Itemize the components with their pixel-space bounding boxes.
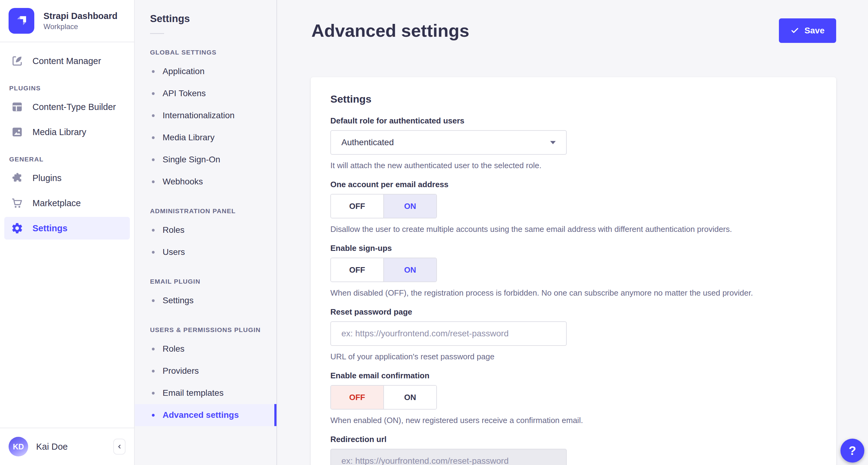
subnav-item-label: Application	[162, 66, 205, 76]
subnav-item-up-email-templates[interactable]: Email templates	[135, 382, 277, 404]
one-account-per-email-toggle: OFFON	[330, 194, 437, 219]
subnav-item-application[interactable]: Application	[135, 60, 277, 82]
bullet-icon	[152, 414, 155, 416]
image-icon	[11, 126, 23, 138]
bullet-icon	[152, 370, 155, 373]
subnav-title: Settings	[135, 13, 277, 25]
subnav-item-up-roles[interactable]: Roles	[135, 338, 277, 360]
enable-sign-ups-off-option[interactable]: OFF	[331, 258, 383, 282]
panel-fields: Default role for authenticated usersAuth…	[330, 116, 816, 465]
subnav-item-single-sign-on[interactable]: Single Sign-On	[135, 149, 277, 171]
sidebar-item-label: Marketplace	[32, 198, 81, 208]
redirection-url-input	[330, 449, 567, 465]
check-icon	[790, 26, 799, 35]
subnav-section-label: EMAIL PLUGIN	[135, 278, 277, 285]
reset-password-page-input[interactable]	[330, 321, 567, 346]
subnav-item-admin-roles[interactable]: Roles	[135, 219, 277, 241]
select-value: Authenticated	[341, 138, 394, 147]
strapi-logo-icon	[8, 8, 34, 34]
sidebar-item-media-library[interactable]: Media Library	[4, 121, 130, 143]
subnav-item-label: Media Library	[162, 133, 215, 142]
field-hint: When disabled (OFF), the registration pr…	[330, 288, 816, 297]
feather-icon	[11, 55, 23, 67]
brand-text: Strapi Dashboard Workplace	[43, 11, 118, 31]
subnav-section: EMAIL PLUGINSettings	[135, 278, 277, 312]
subnav-item-up-providers[interactable]: Providers	[135, 360, 277, 382]
enable-email-confirmation-off-option[interactable]: OFF	[331, 386, 383, 409]
field-reset-password-page: Reset password pageURL of your applicati…	[330, 307, 816, 361]
field-redirection-url: Redirection url	[330, 435, 816, 465]
subnav-item-label: Single Sign-On	[162, 155, 220, 165]
field-hint: It will attach the new authenticated use…	[330, 161, 816, 170]
bullet-icon	[152, 92, 155, 95]
field-label: Enable email confirmation	[330, 371, 816, 380]
sidebar-item-content-manager[interactable]: Content Manager	[4, 50, 130, 72]
subnav-item-label: Roles	[162, 344, 185, 354]
chevron-left-icon	[116, 443, 122, 450]
save-button[interactable]: Save	[779, 19, 836, 43]
bullet-icon	[152, 180, 155, 183]
sidebar-section-label: GENERAL	[9, 155, 125, 163]
sidebar-item-label: Settings	[32, 223, 67, 233]
subnav-item-api-tokens[interactable]: API Tokens	[135, 82, 277, 105]
subnav-item-label: Providers	[162, 366, 199, 376]
subnav-item-email-settings[interactable]: Settings	[135, 289, 277, 312]
subnav-item-webhooks[interactable]: Webhooks	[135, 171, 277, 193]
bullet-icon	[152, 392, 155, 395]
sidebar-item-marketplace[interactable]: Marketplace	[4, 192, 130, 214]
subnav-item-admin-users[interactable]: Users	[135, 241, 277, 263]
subnav-section-label: GLOBAL SETTINGS	[135, 49, 277, 56]
field-default-role: Default role for authenticated usersAuth…	[330, 116, 816, 170]
subnav-item-media-library[interactable]: Media Library	[135, 126, 277, 149]
subnav-section-label: ADMINISTRATION PANEL	[135, 207, 277, 215]
one-account-per-email-off-option[interactable]: OFF	[331, 195, 383, 218]
panel-heading: Settings	[330, 93, 816, 105]
subnav-item-label: Internationalization	[162, 111, 235, 120]
page-title: Advanced settings	[311, 20, 469, 41]
enable-sign-ups-on-option[interactable]: ON	[383, 258, 436, 282]
one-account-per-email-on-option[interactable]: ON	[383, 195, 436, 218]
avatar[interactable]: KD	[8, 437, 28, 457]
sidebar-item-plugins[interactable]: Plugins	[4, 167, 130, 189]
user-footer: KD Kai Doe	[0, 428, 134, 465]
bullet-icon	[152, 136, 155, 139]
sidebar-nav: Content ManagerPLUGINSContent-Type Build…	[0, 42, 134, 428]
layout-icon	[11, 101, 23, 113]
sidebar-item-label: Plugins	[32, 173, 62, 183]
subnav-item-label: Email templates	[162, 388, 223, 398]
default-role-select[interactable]: Authenticated	[330, 130, 567, 155]
field-label: One account per email address	[330, 180, 816, 189]
field-label: Enable sign-ups	[330, 243, 816, 253]
subnav-item-label: Advanced settings	[162, 410, 239, 420]
sidebar-item-content-type-builder[interactable]: Content-Type Builder	[4, 95, 130, 118]
sidebar-item-label: Media Library	[32, 127, 86, 137]
main-header: Advanced settings Save	[277, 0, 868, 43]
subnav-item-label: API Tokens	[162, 89, 206, 98]
enable-email-confirmation-toggle: OFFON	[330, 385, 437, 410]
subnav-item-label: Settings	[162, 296, 193, 306]
cart-icon	[11, 197, 23, 209]
subnav-item-internationalization[interactable]: Internationalization	[135, 105, 277, 126]
field-hint: URL of your application's reset password…	[330, 352, 816, 361]
puzzle-icon	[11, 172, 23, 184]
brand: Strapi Dashboard Workplace	[0, 0, 134, 42]
bullet-icon	[152, 251, 155, 254]
bullet-icon	[152, 114, 155, 117]
field-label: Reset password page	[330, 307, 816, 316]
help-button[interactable]: ?	[840, 439, 864, 463]
sidebar-item-label: Content Manager	[32, 56, 101, 66]
user-name: Kai Doe	[36, 442, 68, 452]
bullet-icon	[152, 70, 155, 73]
field-enable-email-confirmation: Enable email confirmationOFFONWhen enabl…	[330, 371, 816, 425]
bullet-icon	[152, 348, 155, 350]
sidebar-item-settings[interactable]: Settings	[4, 217, 130, 239]
collapse-sidebar-button[interactable]	[113, 439, 126, 455]
field-hint: Disallow the user to create multiple acc…	[330, 225, 816, 234]
subnav-item-up-advanced-settings[interactable]: Advanced settings	[135, 404, 277, 426]
subnav-section: USERS & PERMISSIONS PLUGINRolesProviders…	[135, 326, 277, 426]
enable-email-confirmation-on-option[interactable]: ON	[383, 386, 436, 409]
subnav-item-label: Webhooks	[162, 177, 203, 186]
subnav-item-label: Users	[162, 247, 185, 257]
field-label: Default role for authenticated users	[330, 116, 816, 125]
main-sidebar: Strapi Dashboard Workplace Content Manag…	[0, 0, 135, 465]
